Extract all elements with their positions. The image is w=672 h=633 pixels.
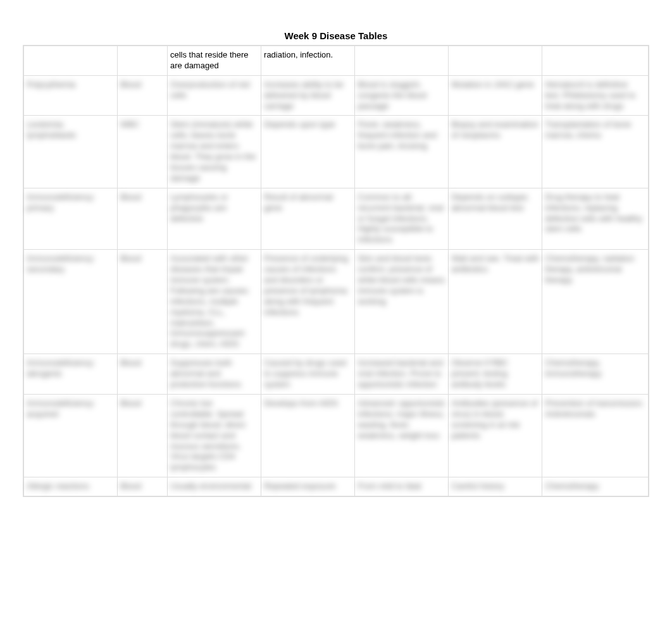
table-cell: Prevention of transmission. Antiretrovir… bbox=[542, 394, 649, 477]
table-cell: From mild to fatal bbox=[355, 477, 449, 496]
cell-text: Overproduction of red cells bbox=[170, 80, 250, 100]
table-cell: Chronic but controllable. Spread through… bbox=[168, 394, 261, 477]
table-cell: Immunodeficiency: iatrogenic bbox=[24, 354, 118, 395]
table-cell: Increases ability to be delivered by blo… bbox=[261, 75, 355, 116]
cell-text: Blood bbox=[120, 398, 141, 408]
cell-text: Drug therapy to heal infections; replaci… bbox=[545, 192, 642, 234]
cell-text: cells that reside there are damaged bbox=[170, 50, 249, 70]
table-cell: Caused by drugs used to suppress immune … bbox=[261, 354, 355, 395]
table-cell: Overproduction of red cells bbox=[168, 75, 261, 116]
table-row: PolycythemiaBloodOverproduction of red c… bbox=[24, 75, 649, 116]
cell-text: Biopsy and examination of neoplasms bbox=[451, 120, 538, 140]
disease-table: cells that reside there are damagedradia… bbox=[23, 46, 649, 496]
table-cell: Blood bbox=[118, 250, 168, 354]
table-cell: Usually environmental bbox=[168, 477, 261, 496]
table-cell: WBC bbox=[118, 116, 168, 188]
cell-text: Common to all; recurrent bacterial, vira… bbox=[358, 192, 444, 245]
cell-text: Immunodeficiency: iatrogenic bbox=[27, 358, 95, 378]
cell-text: Usually environmental bbox=[170, 481, 251, 491]
table-cell: Blood bbox=[118, 394, 168, 477]
cell-text: Blood bbox=[120, 358, 141, 367]
cell-text: Increases ability to be delivered by blo… bbox=[264, 80, 344, 111]
table-cell: Associated with other diseases that impa… bbox=[168, 250, 261, 354]
table-row: cells that reside there are damagedradia… bbox=[24, 46, 649, 76]
cell-text: Advanced: opportunistic infections; majo… bbox=[358, 398, 445, 440]
table-cell: Blood bbox=[118, 75, 168, 116]
cell-text: Antibodies (presence of virus) in blood;… bbox=[451, 398, 538, 440]
table-cell: Wait and see. Treat with antibiotics bbox=[449, 250, 542, 354]
cell-text: Mutation in JAK2 gene bbox=[451, 80, 534, 89]
table-row: Immunodeficiency: primaryBloodLymphocyte… bbox=[24, 188, 649, 249]
cell-text: Depends on subtype; abnormal blood test bbox=[451, 192, 529, 212]
cell-text: Wait and see. Treat with antibiotics bbox=[451, 254, 539, 274]
table-cell: Fever, weakness, frequent infection and … bbox=[355, 116, 449, 188]
table-cell: Immunodeficiency: primary bbox=[24, 188, 118, 249]
cell-text: Associated with other diseases that impa… bbox=[170, 254, 250, 348]
cell-text: Transplantation of bone marrow, chemo bbox=[545, 120, 631, 140]
cell-text: Repeated exposure bbox=[264, 481, 335, 491]
table-cell: Depends upon type bbox=[261, 116, 355, 188]
cell-text: Depends upon type bbox=[264, 120, 335, 129]
table-cell: Antibodies (presence of virus) in blood;… bbox=[449, 394, 542, 477]
table-cell: Biopsy and examination of neoplasms bbox=[449, 116, 542, 188]
table-cell bbox=[542, 46, 649, 76]
table-cell: Blood is sluggish, congests the blood pa… bbox=[355, 75, 449, 116]
cell-text: Stem (immature) white cells; leaves bone… bbox=[170, 120, 256, 182]
cell-text: Blood bbox=[120, 192, 141, 202]
cell-text: Blood bbox=[120, 481, 141, 491]
table-cell: Chemotherapy, immunotherapy bbox=[542, 354, 649, 395]
cell-text: Leukemia; lymphoblastic bbox=[27, 120, 77, 140]
cell-text: Chemotherapy bbox=[545, 481, 599, 491]
table-row: Leukemia; lymphoblasticWBCStem (immature… bbox=[24, 116, 649, 188]
cell-text: Increased bacterial and viral infection.… bbox=[358, 358, 443, 389]
cell-text: Prevention of transmission. Antiretrovir… bbox=[545, 398, 644, 419]
table-cell: Careful history bbox=[449, 477, 542, 496]
table-cell: Lymphocytes or phagocytes are defective bbox=[168, 188, 261, 249]
table-cell: Skin and blood tests confirm; presence o… bbox=[355, 250, 449, 354]
table-cell: Depends on subtype; abnormal blood test bbox=[449, 188, 542, 249]
cell-text: Blood bbox=[120, 254, 141, 263]
table-cell: Suppresses both abnormal and protective … bbox=[168, 354, 261, 395]
cell-text: From mild to fatal bbox=[358, 481, 421, 491]
cell-text: Polycythemia bbox=[27, 80, 75, 89]
table-cell: Blood bbox=[118, 477, 168, 496]
cell-text: Blood bbox=[120, 80, 141, 89]
table-cell bbox=[24, 46, 118, 76]
table-cell: Stem (immature) white cells; leaves bone… bbox=[168, 116, 261, 188]
cell-text: Chronic but controllable. Spread through… bbox=[170, 398, 246, 472]
table-cell: Observe if RBC present; testing antibody… bbox=[449, 354, 542, 395]
table-cell bbox=[118, 46, 168, 76]
cell-text: Suppresses both abnormal and protective … bbox=[170, 358, 241, 389]
cell-text: Blood is sluggish, congests the blood pa… bbox=[358, 80, 426, 111]
table-row: Immunodeficiency: iatrogenicBloodSuppres… bbox=[24, 354, 649, 395]
table-cell: Common to all; recurrent bacterial, vira… bbox=[355, 188, 449, 249]
table-cell: Chemotherapy, radiation therapy, antiret… bbox=[542, 250, 649, 354]
cell-text: Immunodeficiency: acquired bbox=[27, 398, 95, 419]
cell-text: Result of abnormal gene bbox=[264, 192, 333, 212]
table-cell: Chemotherapy bbox=[542, 477, 649, 496]
table-cell: Transplantation of bone marrow, chemo bbox=[542, 116, 649, 188]
table-cell: Blood bbox=[118, 354, 168, 395]
cell-text: Chemotherapy, immunotherapy bbox=[545, 358, 602, 378]
table-cell: Allergic reactions bbox=[24, 477, 118, 496]
cell-text: Observe if RBC present; testing antibody… bbox=[451, 358, 508, 389]
cell-text: Chemotherapy, radiation therapy, antiret… bbox=[545, 254, 634, 285]
table-row: Immunodeficiency: secondaryBloodAssociat… bbox=[24, 250, 649, 354]
table-cell: Immunodeficiency: acquired bbox=[24, 394, 118, 477]
cell-text: Immunodeficiency: primary bbox=[27, 192, 95, 212]
table-cell: Develops from AIDS bbox=[261, 394, 355, 477]
table-cell: Result of abnormal gene bbox=[261, 188, 355, 249]
table-cell: Hematocrit is definitive test. Phlebotom… bbox=[542, 75, 649, 116]
cell-text: Presence of underlying causes of infecti… bbox=[264, 254, 348, 316]
cell-text: Fever, weakness, frequent infection and … bbox=[358, 120, 437, 151]
cell-text: Develops from AIDS bbox=[264, 398, 338, 408]
table-row: Immunodeficiency: acquiredBloodChronic b… bbox=[24, 394, 649, 477]
cell-text: Allergic reactions bbox=[27, 481, 89, 491]
table-cell: cells that reside there are damaged bbox=[168, 46, 261, 76]
table-cell bbox=[355, 46, 449, 76]
table-cell: Advanced: opportunistic infections; majo… bbox=[355, 394, 449, 477]
table-cell: Mutation in JAK2 gene bbox=[449, 75, 542, 116]
cell-text: Skin and blood tests confirm; presence o… bbox=[358, 254, 445, 306]
cell-text: Immunodeficiency: secondary bbox=[27, 254, 95, 274]
table-cell: Drug therapy to heal infections; replaci… bbox=[542, 188, 649, 249]
